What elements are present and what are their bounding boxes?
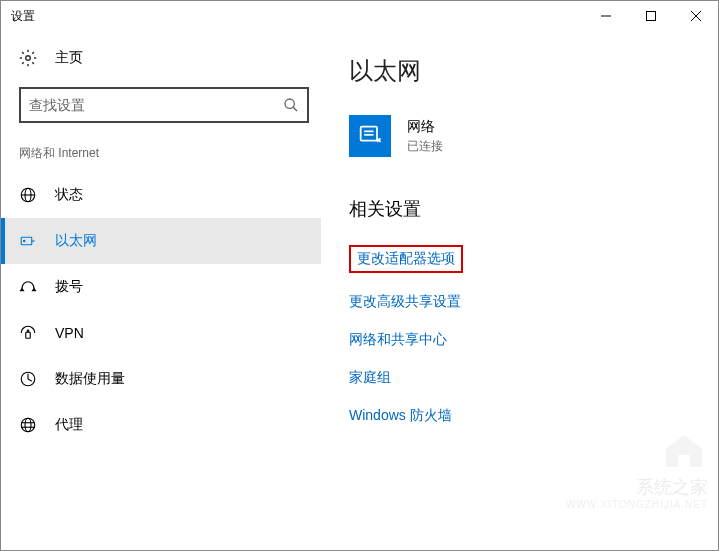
network-name: 网络 — [407, 118, 443, 136]
svg-point-4 — [26, 56, 31, 61]
sidebar: 主页 网络和 Internet 状态 以太网 拨号 — [1, 31, 321, 550]
svg-rect-1 — [646, 12, 655, 21]
home-button[interactable]: 主页 — [19, 41, 321, 75]
search-input[interactable] — [29, 97, 283, 113]
home-label: 主页 — [55, 49, 83, 67]
page-title: 以太网 — [349, 55, 698, 87]
nav-item-dialup[interactable]: 拨号 — [1, 264, 321, 310]
main-content: 以太网 网络 已连接 相关设置 更改适配器选项 更改高级共享设置 网络和共享中心… — [321, 31, 718, 550]
nav-label: 拨号 — [55, 278, 83, 296]
search-icon — [283, 97, 299, 113]
related-settings-title: 相关设置 — [349, 197, 698, 221]
network-status: 已连接 — [407, 138, 443, 155]
nav-item-ethernet[interactable]: 以太网 — [1, 218, 321, 264]
svg-point-5 — [285, 99, 294, 108]
ethernet-tile-icon — [349, 115, 391, 157]
svg-rect-10 — [21, 237, 32, 245]
nav-item-proxy[interactable]: 代理 — [1, 402, 321, 448]
svg-rect-12 — [26, 332, 31, 338]
related-links: 更改适配器选项 更改高级共享设置 网络和共享中心 家庭组 Windows 防火墙 — [349, 245, 698, 425]
titlebar: 设置 — [1, 1, 718, 31]
svg-line-6 — [293, 107, 297, 111]
svg-point-14 — [21, 418, 35, 432]
minimize-button[interactable] — [583, 1, 628, 31]
nav-label: 代理 — [55, 416, 83, 434]
link-advanced-sharing[interactable]: 更改高级共享设置 — [349, 293, 461, 311]
maximize-button[interactable] — [628, 1, 673, 31]
network-card[interactable]: 网络 已连接 — [349, 115, 698, 157]
nav-label: 数据使用量 — [55, 370, 125, 388]
link-homegroup[interactable]: 家庭组 — [349, 369, 391, 387]
globe-icon — [19, 186, 37, 204]
link-windows-firewall[interactable]: Windows 防火墙 — [349, 407, 452, 425]
search-box[interactable] — [19, 87, 309, 123]
close-button[interactable] — [673, 1, 718, 31]
titlebar-controls — [583, 1, 718, 31]
dialup-icon — [19, 278, 37, 296]
link-network-sharing-center[interactable]: 网络和共享中心 — [349, 331, 447, 349]
nav-label: 状态 — [55, 186, 83, 204]
category-label: 网络和 Internet — [19, 145, 321, 162]
nav-item-data[interactable]: 数据使用量 — [1, 356, 321, 402]
data-icon — [19, 370, 37, 388]
nav-list: 状态 以太网 拨号 VPN 数据使用量 代理 — [1, 172, 321, 448]
svg-rect-18 — [361, 127, 377, 141]
nav-label: VPN — [55, 325, 84, 341]
svg-point-11 — [24, 240, 26, 242]
nav-label: 以太网 — [55, 232, 97, 250]
link-change-adapter[interactable]: 更改适配器选项 — [349, 245, 463, 273]
gear-icon — [19, 49, 37, 67]
nav-item-status[interactable]: 状态 — [1, 172, 321, 218]
ethernet-icon — [19, 232, 37, 250]
proxy-icon — [19, 416, 37, 434]
window-title: 设置 — [11, 8, 35, 25]
svg-point-15 — [25, 418, 31, 432]
nav-item-vpn[interactable]: VPN — [1, 310, 321, 356]
vpn-icon — [19, 324, 37, 342]
